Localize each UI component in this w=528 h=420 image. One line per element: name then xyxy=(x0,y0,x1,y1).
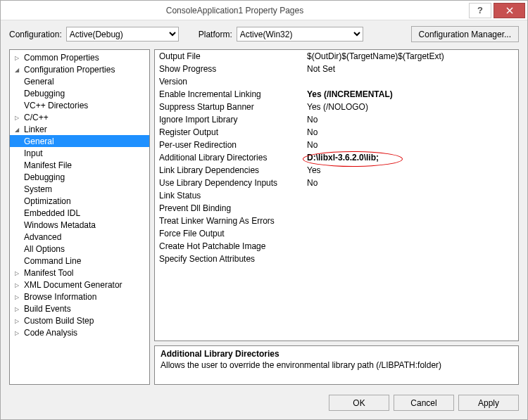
tree-node[interactable]: Advanced xyxy=(10,231,149,243)
chevron-closed-icon[interactable] xyxy=(13,281,21,288)
tree-node[interactable]: Embedded IDL xyxy=(10,207,149,219)
tree-node[interactable]: Build Events xyxy=(10,303,149,314)
category-tree[interactable]: Common PropertiesConfiguration Propertie… xyxy=(9,49,150,385)
tree-node[interactable]: General xyxy=(10,75,149,87)
chevron-closed-icon[interactable] xyxy=(13,305,21,312)
property-value[interactable]: Yes (/INCREMENTAL) xyxy=(303,88,518,101)
tree-node[interactable]: C/C++ xyxy=(10,111,149,123)
property-value[interactable]: D:\libxl-3.6.2.0\lib; xyxy=(303,151,518,164)
property-row[interactable]: Enable Incremental LinkingYes (/INCREMEN… xyxy=(155,88,518,101)
property-key: Ignore Import Library xyxy=(155,113,303,126)
property-value[interactable]: No xyxy=(303,139,518,151)
window-title: ConsoleApplication1 Property Pages xyxy=(1,6,469,15)
chevron-closed-icon[interactable] xyxy=(13,53,21,61)
apply-button[interactable]: Apply xyxy=(458,395,519,411)
property-row[interactable]: Output File$(OutDir)$(TargetName)$(Targe… xyxy=(155,50,518,63)
tree-node[interactable]: Code Analysis xyxy=(10,326,149,338)
property-row[interactable]: Specify Section Attributes xyxy=(155,253,518,265)
property-value[interactable] xyxy=(303,253,518,265)
help-button[interactable]: ? xyxy=(469,3,491,18)
property-row[interactable]: Per-user RedirectionNo xyxy=(155,139,518,151)
config-row: Configuration: Active(Debug) Platform: A… xyxy=(1,20,527,49)
dialog-footer: OK Cancel Apply xyxy=(1,389,527,419)
ok-button[interactable]: OK xyxy=(329,395,389,411)
property-row[interactable]: Link Library DependenciesYes xyxy=(155,164,518,177)
property-row[interactable]: Prevent Dll Binding xyxy=(155,202,518,215)
property-row[interactable]: Treat Linker Warning As Errors xyxy=(155,215,518,227)
chevron-open-icon[interactable] xyxy=(13,125,21,133)
property-key: Suppress Startup Banner xyxy=(155,101,303,113)
chevron-closed-icon[interactable] xyxy=(13,113,21,121)
property-value[interactable] xyxy=(303,189,518,202)
tree-node[interactable]: All Options xyxy=(10,243,149,255)
property-key: Create Hot Patchable Image xyxy=(155,240,303,253)
chevron-closed-icon[interactable] xyxy=(13,329,21,336)
tree-node-label: General xyxy=(21,136,57,147)
tree-node-label: Embedded IDL xyxy=(21,208,83,219)
property-value[interactable]: Yes xyxy=(303,164,518,177)
tree-node[interactable]: Configuration Properties xyxy=(10,63,149,75)
configuration-select[interactable]: Active(Debug) xyxy=(66,27,179,42)
tree-node-label: Debugging xyxy=(21,88,68,99)
property-key: Register Output xyxy=(155,126,303,139)
property-row[interactable]: Suppress Startup BannerYes (/NOLOGO) xyxy=(155,101,518,113)
property-row[interactable]: Register OutputNo xyxy=(155,126,518,139)
tree-node-label: Linker xyxy=(21,124,50,135)
property-key: Force File Output xyxy=(155,227,303,240)
configuration-manager-button[interactable]: Configuration Manager... xyxy=(411,26,519,42)
tree-node[interactable]: Manifest File xyxy=(10,159,149,171)
property-value[interactable] xyxy=(303,215,518,227)
property-row[interactable]: Force File Output xyxy=(155,227,518,240)
property-value[interactable]: $(OutDir)$(TargetName)$(TargetExt) xyxy=(303,50,518,63)
property-key: Use Library Dependency Inputs xyxy=(155,177,303,189)
titlebar: ConsoleApplication1 Property Pages ? xyxy=(1,1,527,20)
tree-node-label: Custom Build Step xyxy=(21,315,96,326)
tree-node[interactable]: Debugging xyxy=(10,171,149,183)
property-row[interactable]: Version xyxy=(155,75,518,88)
tree-node[interactable]: Common Properties xyxy=(10,51,149,63)
property-value[interactable]: No xyxy=(303,177,518,189)
close-button[interactable] xyxy=(494,3,525,18)
tree-node-label: Code Analysis xyxy=(21,327,80,338)
property-row[interactable]: Create Hot Patchable Image xyxy=(155,240,518,253)
tree-node[interactable]: General xyxy=(10,135,149,147)
chevron-closed-icon[interactable] xyxy=(13,269,21,276)
property-row[interactable]: Use Library Dependency InputsNo xyxy=(155,177,518,189)
chevron-closed-icon[interactable] xyxy=(13,317,21,324)
tree-node[interactable]: Windows Metadata xyxy=(10,219,149,231)
tree-node-label: Advanced xyxy=(21,231,64,243)
property-value[interactable] xyxy=(303,227,518,240)
description-title: Additional Library Directories xyxy=(161,349,513,359)
tree-node[interactable]: Optimization xyxy=(10,195,149,207)
configuration-label: Configuration: xyxy=(9,30,62,39)
property-value[interactable]: Yes (/NOLOGO) xyxy=(303,101,518,113)
tree-node-label: Configuration Properties xyxy=(21,64,118,75)
property-row[interactable]: Additional Library DirectoriesD:\libxl-3… xyxy=(155,151,518,164)
tree-node[interactable]: Browse Information xyxy=(10,291,149,303)
tree-node[interactable]: Manifest Tool xyxy=(10,267,149,279)
property-value[interactable]: Not Set xyxy=(303,63,518,75)
property-row[interactable]: Show ProgressNot Set xyxy=(155,63,518,75)
chevron-open-icon[interactable] xyxy=(13,65,21,73)
tree-node[interactable]: Linker xyxy=(10,123,149,135)
tree-node[interactable]: Custom Build Step xyxy=(10,314,149,326)
property-value[interactable] xyxy=(303,75,518,88)
property-row[interactable]: Link Status xyxy=(155,189,518,202)
platform-select[interactable]: Active(Win32) xyxy=(237,27,363,42)
property-value[interactable]: No xyxy=(303,126,518,139)
property-value[interactable] xyxy=(303,202,518,215)
property-grid[interactable]: Output File$(OutDir)$(TargetName)$(Targe… xyxy=(154,49,519,341)
tree-node[interactable]: VC++ Directories xyxy=(10,99,149,111)
tree-node-label: Debugging xyxy=(21,172,68,183)
property-value[interactable]: No xyxy=(303,113,518,126)
chevron-closed-icon[interactable] xyxy=(13,293,21,300)
property-row[interactable]: Ignore Import LibraryNo xyxy=(155,113,518,126)
tree-node[interactable]: XML Document Generator xyxy=(10,279,149,291)
tree-node[interactable]: Input xyxy=(10,147,149,159)
tree-node[interactable]: System xyxy=(10,183,149,195)
property-key: Link Status xyxy=(155,189,303,202)
property-value[interactable] xyxy=(303,240,518,253)
cancel-button[interactable]: Cancel xyxy=(394,395,454,411)
tree-node[interactable]: Command Line xyxy=(10,255,149,267)
tree-node[interactable]: Debugging xyxy=(10,87,149,99)
